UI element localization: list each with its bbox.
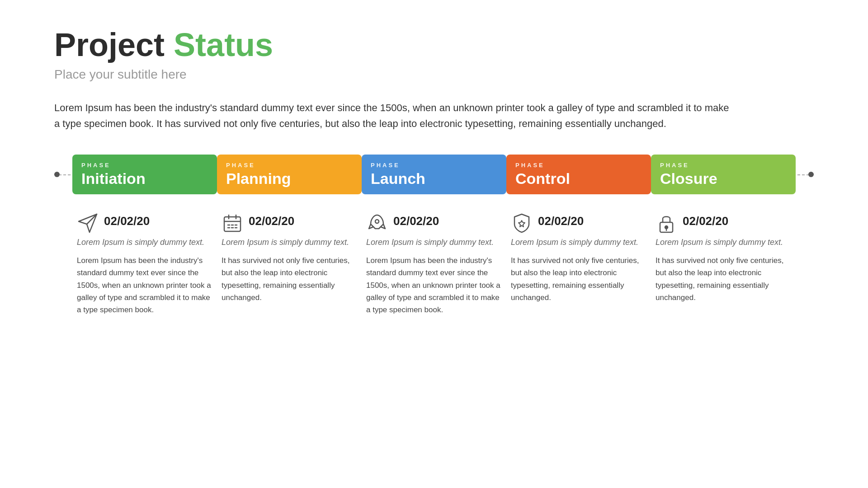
phase-detail-planning: 02/02/20 Lorem Ipsum is simply dummy tex… bbox=[217, 212, 362, 316]
svg-point-12 bbox=[375, 220, 379, 223]
phase-detail-closure: 02/02/20 Lorem Ipsum is simply dummy tex… bbox=[651, 212, 796, 316]
phases-row: PHASE Initiation PHASE Planning PHASE La… bbox=[72, 155, 796, 194]
phase-name: Closure bbox=[660, 170, 787, 187]
timeline-dot-right bbox=[808, 172, 814, 177]
phase-detail-control: 02/02/20 Lorem Ipsum is simply dummy tex… bbox=[506, 212, 651, 316]
send-icon bbox=[77, 212, 99, 234]
phase-name: Control bbox=[515, 170, 642, 187]
phase-body: It has survived not only five centuries,… bbox=[511, 254, 646, 304]
phase-tagline: Lorem Ipsum is simply dummy text. bbox=[77, 237, 212, 248]
phase-tagline: Lorem Ipsum is simply dummy text. bbox=[511, 237, 646, 248]
svg-rect-2 bbox=[224, 217, 241, 231]
phase-body: It has survived not only five centuries,… bbox=[222, 254, 357, 304]
content-row: 02/02/20 Lorem Ipsum is simply dummy tex… bbox=[72, 212, 796, 316]
phase-box-closure: PHASE Closure bbox=[651, 155, 796, 194]
icon-date-wrapper: 02/02/20 bbox=[222, 212, 357, 234]
calendar-icon bbox=[222, 212, 243, 234]
phase-date: 02/02/20 bbox=[104, 214, 150, 228]
icon-date-wrapper: 02/02/20 bbox=[511, 212, 646, 234]
phase-tagline: Lorem Ipsum is simply dummy text. bbox=[366, 237, 502, 248]
icon-date-wrapper: 02/02/20 bbox=[77, 212, 212, 234]
timeline-dot-left bbox=[54, 172, 60, 177]
phase-label: PHASE bbox=[515, 162, 642, 169]
phase-box-launch: PHASE Launch bbox=[362, 155, 506, 194]
shield-icon bbox=[511, 212, 533, 234]
icon-date-wrapper: 02/02/20 bbox=[366, 212, 502, 234]
phase-body: Lorem Ipsum has been the industry's stan… bbox=[366, 254, 502, 316]
icon-date-wrapper: 02/02/20 bbox=[656, 212, 791, 234]
page-title: Project Status bbox=[54, 27, 814, 63]
description: Lorem Ipsum has been the industry's stan… bbox=[54, 100, 732, 131]
phase-tagline: Lorem Ipsum is simply dummy text. bbox=[222, 237, 357, 248]
phase-box-initiation: PHASE Initiation bbox=[72, 155, 217, 194]
lock-icon bbox=[656, 212, 677, 234]
phase-date: 02/02/20 bbox=[683, 214, 728, 228]
phase-body: Lorem Ipsum has been the industry's stan… bbox=[77, 254, 212, 316]
phase-date: 02/02/20 bbox=[393, 214, 439, 228]
phase-detail-initiation: 02/02/20 Lorem Ipsum is simply dummy tex… bbox=[72, 212, 217, 316]
phase-label: PHASE bbox=[81, 162, 208, 169]
subtitle: Place your subtitle here bbox=[54, 67, 814, 82]
rocket-icon bbox=[366, 212, 388, 234]
phase-date: 02/02/20 bbox=[538, 214, 584, 228]
phase-name: Launch bbox=[371, 170, 497, 187]
phase-name: Initiation bbox=[81, 170, 208, 187]
phase-date: 02/02/20 bbox=[249, 214, 294, 228]
svg-marker-13 bbox=[519, 221, 525, 227]
timeline-container: PHASE Initiation PHASE Planning PHASE La… bbox=[54, 155, 814, 194]
phase-label: PHASE bbox=[660, 162, 787, 169]
phase-box-planning: PHASE Planning bbox=[217, 155, 362, 194]
title-part1: Project bbox=[54, 27, 174, 63]
phase-name: Planning bbox=[226, 170, 353, 187]
phase-label: PHASE bbox=[371, 162, 497, 169]
phase-label: PHASE bbox=[226, 162, 353, 169]
phase-tagline: Lorem Ipsum is simply dummy text. bbox=[656, 237, 791, 248]
title-part2: Status bbox=[174, 27, 273, 63]
phase-detail-launch: 02/02/20 Lorem Ipsum is simply dummy tex… bbox=[362, 212, 506, 316]
phase-box-control: PHASE Control bbox=[506, 155, 651, 194]
phase-body: It has survived not only five centuries,… bbox=[656, 254, 791, 304]
